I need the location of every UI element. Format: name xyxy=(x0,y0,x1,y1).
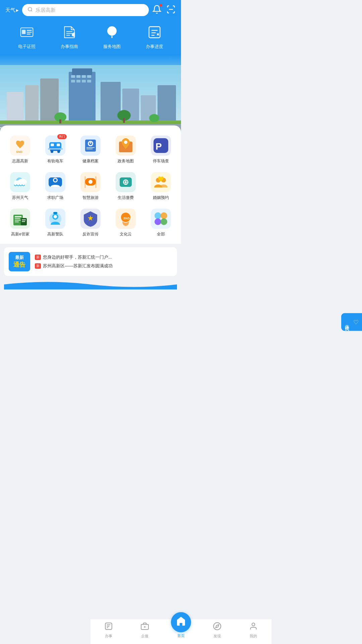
svg-rect-95 xyxy=(22,221,25,222)
svg-rect-91 xyxy=(15,220,21,221)
news-list: 新 您身边的好帮手，苏新汇统一门户... 新 苏州高新区——苏新汇发布圆满成功 xyxy=(35,254,172,269)
svg-point-99 xyxy=(54,215,57,218)
svg-rect-84 xyxy=(151,172,171,192)
app-label-manager: 高新e管家 xyxy=(11,231,29,237)
app-item-anti-fraud[interactable]: 反诈宣传 xyxy=(74,205,108,240)
city-banner xyxy=(0,55,181,132)
svg-rect-40 xyxy=(59,119,61,123)
notification-button[interactable] xyxy=(152,5,162,15)
svg-rect-30 xyxy=(71,80,75,83)
svg-rect-94 xyxy=(22,219,26,220)
news-badge-top: 最新 xyxy=(12,255,27,261)
svg-rect-32 xyxy=(82,80,86,83)
quick-item-guide[interactable]: 办事指南 xyxy=(61,23,78,50)
app-label-govt-map: 政务地图 xyxy=(118,158,134,164)
svg-rect-29 xyxy=(87,75,91,78)
svg-rect-42 xyxy=(123,118,125,123)
svg-rect-106 xyxy=(151,209,171,229)
app-item-all[interactable]: 全部 xyxy=(144,205,178,240)
svg-point-54 xyxy=(57,150,60,153)
app-grid: SND 志愿高新 热门 xyxy=(3,132,178,240)
svg-point-43 xyxy=(149,114,159,122)
app-label-police: 高新警队 xyxy=(47,231,63,237)
quick-item-progress[interactable]: 办事进度 xyxy=(146,23,163,50)
app-item-marriage[interactable]: 婚姻预约 xyxy=(144,169,178,204)
quick-item-service-map[interactable]: 服务地图 xyxy=(103,23,121,50)
weather-button[interactable]: 天气 ▶ xyxy=(5,7,19,13)
app-grid-section: SND 志愿高新 热门 xyxy=(0,125,181,244)
svg-rect-92 xyxy=(15,221,19,222)
app-item-parking[interactable]: P 停车场查 xyxy=(144,132,178,167)
svg-point-110 xyxy=(161,218,167,225)
svg-point-107 xyxy=(155,212,161,219)
app-item-weather[interactable]: 苏州天气 xyxy=(3,169,37,204)
svg-rect-51 xyxy=(57,144,60,146)
svg-point-66 xyxy=(124,141,127,144)
app-item-tourism[interactable]: 智慧旅游 xyxy=(74,169,108,204)
quick-label-id-card: 电子证照 xyxy=(18,44,36,50)
weather-arrow-icon: ▶ xyxy=(16,8,19,12)
svg-rect-28 xyxy=(82,75,86,78)
svg-rect-31 xyxy=(76,80,80,83)
svg-point-108 xyxy=(161,212,167,219)
svg-marker-11 xyxy=(72,32,75,37)
quick-label-service-map: 服务地图 xyxy=(103,44,121,50)
svg-point-53 xyxy=(51,150,53,153)
svg-line-1 xyxy=(31,10,32,11)
svg-text:SND: SND xyxy=(16,150,23,154)
svg-rect-50 xyxy=(51,144,54,146)
search-bar[interactable]: 乐居高新 xyxy=(22,4,149,16)
svg-rect-26 xyxy=(71,75,75,78)
app-label-health: 健康档案 xyxy=(82,158,99,164)
news-item-1[interactable]: 新 您身边的好帮手，苏新汇统一门户... xyxy=(35,254,172,260)
app-item-jobs[interactable]: 求职广场 xyxy=(39,169,72,204)
app-label-anti-fraud: 反诈宣传 xyxy=(82,231,99,237)
svg-point-0 xyxy=(28,7,32,11)
app-label-bills: 生活缴费 xyxy=(118,195,134,201)
search-placeholder-text: 乐居高新 xyxy=(36,7,56,13)
hot-badge: 热门 xyxy=(57,134,67,139)
news-section: 最新 通告 新 您身边的好帮手，苏新汇统一门户... 新 苏州高新区——苏新汇发… xyxy=(4,247,177,276)
scan-button[interactable] xyxy=(166,5,176,15)
news-item-2[interactable]: 新 苏州高新区——苏新汇发布圆满成功 xyxy=(35,263,172,269)
news-tag-2: 新 xyxy=(35,263,41,269)
app-label-all: 全部 xyxy=(157,231,165,237)
app-item-tram[interactable]: 热门 有轨电车 xyxy=(39,132,72,167)
app-label-culture: 文化云 xyxy=(120,231,132,237)
app-item-health[interactable]: 健康档案 xyxy=(74,132,108,167)
notification-dot xyxy=(160,4,162,7)
search-icon xyxy=(27,7,33,13)
svg-rect-27 xyxy=(76,75,80,78)
app-item-police[interactable]: 高新警队 xyxy=(39,205,72,240)
quick-label-guide: 办事指南 xyxy=(61,44,78,50)
svg-rect-90 xyxy=(15,218,20,219)
quick-item-id-card[interactable]: 电子证照 xyxy=(18,23,36,50)
app-item-volunteer[interactable]: SND 志愿高新 xyxy=(3,132,37,167)
news-text-1: 您身边的好帮手，苏新汇统一门户... xyxy=(43,254,112,260)
news-tag-1: 新 xyxy=(35,255,41,260)
app-label-jobs: 求职广场 xyxy=(47,195,63,201)
svg-rect-33 xyxy=(87,80,91,83)
app-label-tram: 有轨电车 xyxy=(47,158,63,164)
app-label-volunteer: 志愿高新 xyxy=(12,158,28,164)
svg-rect-89 xyxy=(15,216,21,217)
app-item-govt-map[interactable]: 政务地图 xyxy=(109,132,142,167)
news-badge: 最新 通告 xyxy=(9,252,30,271)
svg-text:SND: SND xyxy=(123,217,130,220)
app-item-bills[interactable]: 生活缴费 xyxy=(109,169,142,204)
svg-text:P: P xyxy=(156,141,162,152)
header-icons xyxy=(152,5,176,15)
header: 天气 ▶ 乐居高新 xyxy=(0,0,181,55)
svg-point-73 xyxy=(14,180,21,185)
svg-point-109 xyxy=(155,218,161,225)
news-text-2: 苏州高新区——苏新汇发布圆满成功 xyxy=(43,263,113,269)
svg-point-77 xyxy=(54,179,57,181)
app-label-parking: 停车场查 xyxy=(153,158,169,164)
app-item-manager[interactable]: 高新e管家 xyxy=(3,205,37,240)
svg-point-80 xyxy=(88,180,93,184)
weather-label: 天气 xyxy=(5,7,15,13)
app-item-culture[interactable]: SND 文化云 xyxy=(109,205,142,240)
news-badge-bottom: 通告 xyxy=(12,261,27,269)
svg-rect-61 xyxy=(90,142,91,144)
svg-point-83 xyxy=(123,179,128,185)
